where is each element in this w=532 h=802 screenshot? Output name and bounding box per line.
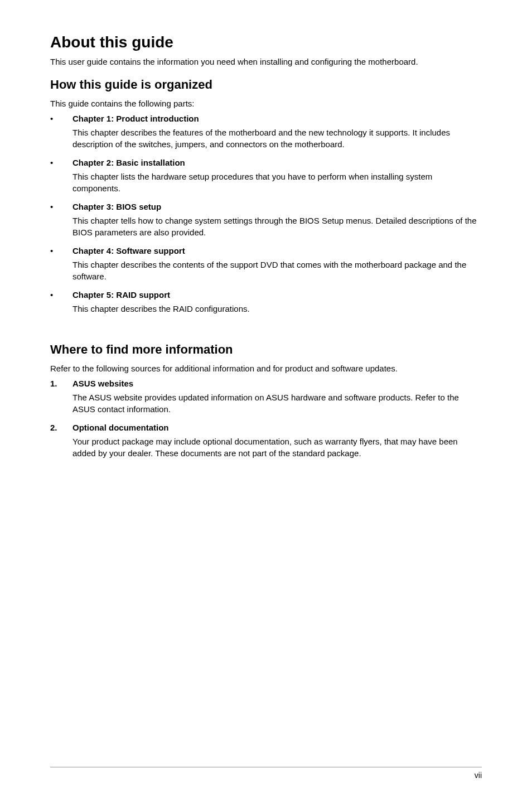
info-item: 1. ASUS websites — [50, 379, 482, 388]
chapter-body: This chapter tells how to change system … — [72, 215, 482, 238]
bullet-icon: • — [50, 202, 72, 211]
chapter-body: This chapter describes the contents of t… — [72, 259, 482, 282]
chapter-label: Chapter 1: Product introduction — [72, 114, 199, 123]
page-number: vii — [475, 771, 482, 780]
item-body: The ASUS website provides updated inform… — [72, 392, 482, 415]
item-number: 1. — [50, 379, 72, 388]
chapter-item: • Chapter 5: RAID support — [50, 290, 482, 299]
item-label: Optional documentation — [72, 423, 169, 432]
chapter-label: Chapter 4: Software support — [72, 246, 185, 255]
page-intro: This user guide contains the information… — [50, 56, 482, 67]
section2-lead: Refer to the following sources for addit… — [50, 364, 482, 373]
section1-lead: This guide contains the following parts: — [50, 99, 482, 108]
section1-heading: How this guide is organized — [50, 78, 482, 92]
chapter-item: • Chapter 1: Product introduction — [50, 114, 482, 123]
chapter-label: Chapter 5: RAID support — [72, 290, 170, 299]
item-body: Your product package may include optiona… — [72, 436, 482, 459]
item-number: 2. — [50, 423, 72, 432]
bullet-icon: • — [50, 290, 72, 299]
chapter-body: This chapter describes the RAID configur… — [72, 303, 482, 315]
page-footer: vii — [50, 767, 482, 780]
chapter-body: This chapter lists the hardware setup pr… — [72, 171, 482, 194]
chapter-label: Chapter 3: BIOS setup — [72, 202, 161, 211]
bullet-icon: • — [50, 114, 72, 123]
chapter-item: • Chapter 2: Basic installation — [50, 158, 482, 167]
item-label: ASUS websites — [72, 379, 133, 388]
section2-heading: Where to find more information — [50, 342, 482, 357]
bullet-icon: • — [50, 158, 72, 167]
bullet-icon: • — [50, 246, 72, 255]
page-title: About this guide — [50, 33, 482, 51]
chapter-label: Chapter 2: Basic installation — [72, 158, 185, 167]
info-item: 2. Optional documentation — [50, 423, 482, 432]
chapter-body: This chapter describes the features of t… — [72, 127, 482, 150]
chapter-item: • Chapter 3: BIOS setup — [50, 202, 482, 211]
chapter-item: • Chapter 4: Software support — [50, 246, 482, 255]
